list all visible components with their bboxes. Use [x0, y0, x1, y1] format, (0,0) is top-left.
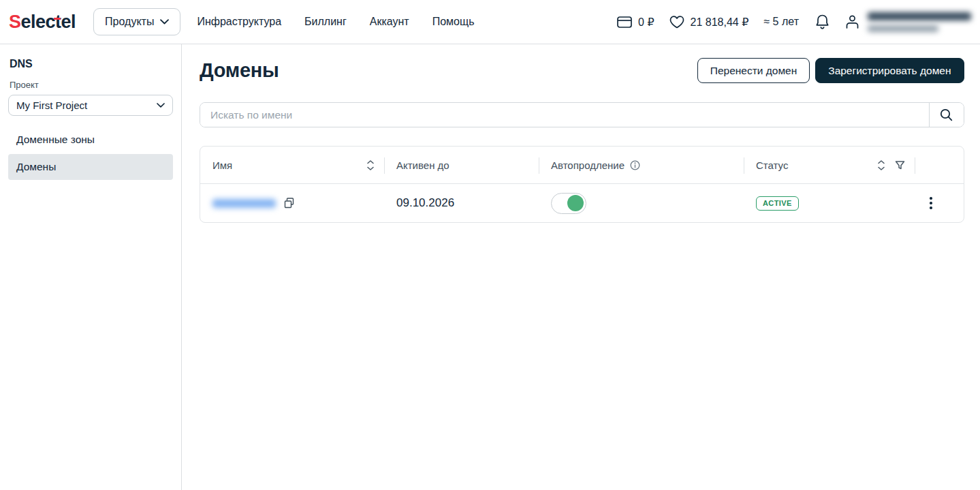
info-icon[interactable]	[630, 160, 640, 170]
nav-help[interactable]: Помощь	[432, 16, 475, 28]
toggle-knob	[567, 195, 584, 211]
transfer-domain-button[interactable]: Перенести домен	[697, 58, 810, 83]
balance-duration-estimate: ≈ 5 лет	[763, 16, 799, 28]
chevron-down-icon	[160, 19, 169, 25]
active-until-value: 09.10.2026	[396, 196, 454, 210]
main-nav: Инфраструктура Биллинг Аккаунт Помощь	[197, 16, 474, 28]
row-actions-kebab-icon[interactable]	[927, 194, 935, 212]
domain-link-blurred[interactable]	[212, 199, 276, 208]
column-header-autorenew: Автопродление	[551, 159, 625, 171]
table-row: 09.10.2026 ACTIVE	[200, 184, 964, 222]
top-navigation-bar: Selectel Продукты Инфраструктура Биллинг…	[0, 0, 980, 44]
account-menu[interactable]	[844, 12, 971, 32]
card-icon	[617, 16, 632, 28]
balance-indicator[interactable]: 0 ₽	[617, 16, 654, 29]
copy-icon[interactable]	[284, 198, 294, 209]
filter-icon[interactable]	[895, 160, 905, 170]
column-header-name: Имя	[212, 159, 232, 171]
nav-billing[interactable]: Биллинг	[304, 16, 347, 28]
topbar-right-cluster: 0 ₽ 21 818,44 ₽ ≈ 5 лет	[617, 12, 971, 32]
logo-part: S	[9, 12, 21, 32]
sidebar-item-domains[interactable]: Домены	[8, 154, 173, 180]
register-domain-button[interactable]: Зарегистрировать домен	[815, 58, 964, 83]
column-header-status: Статус	[756, 159, 788, 171]
status-badge: ACTIVE	[756, 196, 799, 211]
account-name-redacted	[868, 12, 971, 32]
chevron-down-icon	[157, 103, 165, 108]
user-icon	[844, 14, 860, 30]
search-icon	[939, 108, 953, 122]
products-menu-button[interactable]: Продукты	[93, 8, 180, 35]
account-id-line-blurred	[868, 25, 938, 32]
domain-search-bar	[200, 102, 964, 127]
selectel-logo[interactable]: Selectel	[9, 12, 76, 33]
logo-part: t	[55, 12, 61, 32]
sidebar-title: DNS	[10, 58, 173, 70]
bonus-balance-indicator[interactable]: 21 818,44 ₽	[669, 16, 749, 29]
search-input[interactable]	[200, 103, 929, 127]
balance-value: 0 ₽	[638, 16, 654, 29]
domains-page: Домены Перенести домен Зарегистрировать …	[182, 44, 980, 490]
table-header-row: Имя Активен до Автопродление Статус	[200, 147, 964, 184]
heart-icon	[669, 16, 684, 29]
bonus-value: 21 818,44 ₽	[691, 16, 749, 29]
project-selected-value: My First Project	[16, 99, 87, 111]
domains-table: Имя Активен до Автопродление Статус	[200, 146, 964, 223]
logo-part: elec	[21, 12, 56, 32]
column-header-actions	[915, 147, 964, 183]
products-menu-label: Продукты	[105, 16, 154, 28]
dns-sidebar: DNS Проект My First Project Доменные зон…	[0, 44, 182, 490]
page-title: Домены	[200, 59, 279, 82]
sort-icon[interactable]	[877, 160, 885, 170]
sort-icon[interactable]	[366, 160, 375, 170]
account-name-line-blurred	[868, 12, 971, 20]
search-button[interactable]	[929, 103, 964, 127]
sidebar-menu: Доменные зоны Домены	[8, 127, 173, 180]
notifications-bell-icon[interactable]	[815, 14, 829, 30]
project-selector[interactable]: My First Project	[8, 95, 173, 116]
nav-account[interactable]: Аккаунт	[370, 16, 409, 28]
nav-infrastructure[interactable]: Инфраструктура	[197, 16, 281, 28]
column-header-active-until: Активен до	[396, 159, 449, 171]
logo-part: el	[61, 12, 76, 32]
autorenew-toggle[interactable]	[551, 193, 586, 214]
sidebar-item-domain-zones[interactable]: Доменные зоны	[8, 127, 173, 153]
project-label: Проект	[10, 80, 173, 90]
